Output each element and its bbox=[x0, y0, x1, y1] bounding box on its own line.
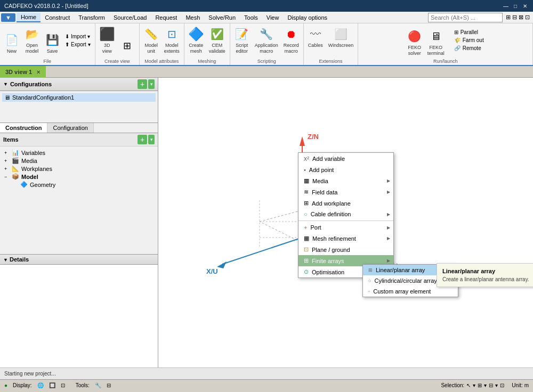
menu-mesh[interactable]: Mesh bbox=[181, 13, 204, 22]
menu-view[interactable]: View bbox=[262, 13, 284, 22]
svg-marker-5 bbox=[217, 262, 227, 268]
windscreen-button[interactable]: ⬜ Windscreen bbox=[326, 26, 356, 50]
open-model-button[interactable]: 📂 Openmodel bbox=[22, 26, 42, 55]
menu-plane-ground[interactable]: ⊡ Plane / ground bbox=[298, 244, 393, 255]
selection-dropdown-2[interactable]: ▾ bbox=[484, 382, 487, 388]
configurations-collapse-icon[interactable]: ▼ bbox=[3, 81, 8, 87]
ribbon-group-runlaunch: 🔴 FEKOsolver 🖥 FEKOterminal ⊞ Parallel 🌾… bbox=[358, 23, 533, 65]
add-item-button[interactable]: + bbox=[138, 135, 147, 144]
appmacro-button[interactable]: 🔧 Applicationmacro bbox=[253, 26, 280, 55]
add-configuration-dropdown[interactable]: ▾ bbox=[148, 79, 155, 89]
statusbar: ● Display: 🌐 🔲 ⊡ Tools: 🔧 ⊟ Selection: ↖… bbox=[0, 379, 533, 391]
farmout-icon: 🌾 bbox=[454, 37, 461, 43]
display-icon-3[interactable]: ⊡ bbox=[61, 382, 65, 388]
expand-variables[interactable]: + bbox=[4, 150, 10, 156]
tools-icon-1[interactable]: 🔧 bbox=[95, 382, 101, 388]
menu-solverun[interactable]: Solve/Run bbox=[204, 13, 240, 22]
minimize-button[interactable]: — bbox=[502, 2, 510, 10]
scripteditor-button[interactable]: 📝 Scripteditor bbox=[232, 26, 252, 55]
menu-media[interactable]: ▦ Media bbox=[298, 175, 393, 186]
svg-text:Z/N: Z/N bbox=[308, 133, 319, 141]
toolbar-icon-1[interactable]: ⊞ bbox=[506, 14, 511, 21]
ribbon-group-createview: ⬛ 3Dview ⊞ Create view bbox=[95, 23, 140, 65]
add-item-dropdown[interactable]: ▾ bbox=[148, 135, 155, 144]
menu-add-point[interactable]: • Add point bbox=[298, 165, 393, 175]
menu-add-workplane[interactable]: ⊞ Add workplane bbox=[298, 198, 393, 209]
submenu-custom-array[interactable]: ◦ Custom array element bbox=[363, 286, 458, 297]
menu-add-variable[interactable]: x² Add variable bbox=[298, 153, 393, 165]
menu-port[interactable]: + Port bbox=[298, 222, 393, 233]
runlaunch-group-label: Run/launch bbox=[358, 59, 532, 64]
menu-home[interactable]: Home bbox=[17, 13, 41, 22]
export-button[interactable]: ⬆ Export ▾ bbox=[63, 41, 93, 48]
tree-item-workplanes[interactable]: + 📐 Workplanes bbox=[2, 165, 156, 173]
recordmacro-button[interactable]: ⏺ Recordmacro bbox=[281, 26, 301, 55]
menu-sourceload[interactable]: Source/Load bbox=[109, 13, 151, 22]
menu-tools[interactable]: Tools bbox=[240, 13, 262, 22]
menu-cable-definition[interactable]: ○ Cable definition bbox=[298, 209, 393, 219]
standard-configuration-item[interactable]: 🖥 StandardConfiguration1 bbox=[2, 93, 156, 102]
titlebar: CADFEKO v2018.0.2 - [Untitled] — □ ✕ bbox=[0, 0, 533, 12]
3dview-split-button[interactable]: ⊞ bbox=[118, 37, 137, 55]
fekoterminal-button[interactable]: 🖥 FEKOterminal bbox=[425, 28, 447, 58]
menubar: ▼ Home Construct Transform Source/Load R… bbox=[0, 12, 533, 23]
menu-construct[interactable]: Construct bbox=[41, 13, 74, 22]
app-menu-button[interactable]: ▼ bbox=[1, 13, 15, 22]
selection-icon-3[interactable]: ⊟ bbox=[489, 382, 493, 388]
viewport-tab[interactable]: 3D view 1 ✕ bbox=[0, 66, 46, 78]
search-input[interactable] bbox=[428, 13, 503, 22]
display-icon-1[interactable]: 🌐 bbox=[37, 382, 44, 388]
add-configuration-button[interactable]: + bbox=[138, 79, 147, 89]
menu-transform[interactable]: Transform bbox=[74, 13, 109, 22]
remote-button[interactable]: 🔗 Remote bbox=[452, 45, 486, 52]
farmout-button[interactable]: 🌾 Farm out bbox=[452, 37, 486, 44]
new-button[interactable]: 📄 New bbox=[2, 31, 21, 55]
linear-array-label: Linear/planar array bbox=[376, 267, 425, 273]
close-button[interactable]: ✕ bbox=[521, 2, 529, 10]
remote-label: Remote bbox=[463, 45, 481, 51]
viewport-tab-close[interactable]: ✕ bbox=[36, 69, 41, 75]
mesh-refinement-label: Mesh refinement bbox=[312, 235, 356, 242]
config-name: StandardConfiguration1 bbox=[12, 94, 74, 101]
tree-item-geometry[interactable]: 🔷 Geometry bbox=[2, 181, 156, 189]
fekoterminal-label: FEKOterminal bbox=[427, 45, 445, 56]
tree-item-media[interactable]: + 🎬 Media bbox=[2, 157, 156, 165]
tree-item-variables[interactable]: + 📊 Variables bbox=[2, 149, 156, 157]
modelunit-button[interactable]: 📏 Modelunit bbox=[142, 26, 161, 55]
menu-field-data[interactable]: ≋ Field data bbox=[298, 186, 393, 198]
display-icon-2[interactable]: 🔲 bbox=[49, 382, 55, 388]
tab-construction[interactable]: Construction bbox=[0, 123, 47, 133]
3dview-button[interactable]: ⬛ 3Dview bbox=[98, 26, 117, 55]
details-collapse-icon[interactable]: ▼ bbox=[3, 257, 8, 263]
menu-displayoptions[interactable]: Display options bbox=[283, 13, 332, 22]
import-button[interactable]: ⬇ Import ▾ bbox=[63, 33, 93, 40]
expand-media[interactable]: + bbox=[4, 158, 10, 164]
tools-icon-2[interactable]: ⊟ bbox=[107, 382, 111, 388]
fekosolver-button[interactable]: 🔴 FEKOsolver bbox=[405, 28, 424, 58]
tab-configuration[interactable]: Configuration bbox=[47, 123, 93, 133]
cables-button[interactable]: 〰 Cables bbox=[306, 26, 325, 50]
parallel-button[interactable]: ⊞ Parallel bbox=[452, 29, 486, 36]
menu-mesh-refinement[interactable]: ▦ Mesh refinement bbox=[298, 233, 393, 244]
titlebar-controls[interactable]: — □ ✕ bbox=[502, 2, 529, 10]
toolbar-icon-3[interactable]: ⊠ bbox=[519, 14, 523, 21]
modelextents-button[interactable]: ⊡ Modelextents bbox=[162, 26, 182, 55]
maximize-button[interactable]: □ bbox=[512, 2, 519, 10]
cemvalidate-button[interactable]: ✅ CEMvalidate bbox=[207, 26, 228, 55]
configuration-tree: 🖥 StandardConfiguration1 bbox=[0, 91, 158, 123]
selection-dropdown-1[interactable]: ▾ bbox=[473, 382, 475, 388]
createmesh-button[interactable]: 🔷 Createmesh bbox=[187, 26, 206, 55]
extensions-group-label: Extensions bbox=[304, 59, 358, 64]
expand-model[interactable]: − bbox=[4, 174, 10, 179]
selection-dropdown-3[interactable]: ▾ bbox=[495, 382, 498, 388]
tooltip-description: Create a linear/planar antenna array. bbox=[442, 276, 533, 282]
tree-item-model[interactable]: − 📦 Model bbox=[2, 173, 156, 181]
selection-icon-4[interactable]: ⊡ bbox=[500, 382, 504, 388]
menu-request[interactable]: Request bbox=[151, 13, 181, 22]
selection-icon-2[interactable]: ⊞ bbox=[478, 382, 482, 388]
expand-workplanes[interactable]: + bbox=[4, 166, 10, 172]
save-button[interactable]: 💾 Save bbox=[43, 31, 62, 55]
main-area: ▼ Configurations + ▾ 🖥 StandardConfigura… bbox=[0, 78, 533, 368]
toolbar-icon-4[interactable]: ⊡ bbox=[525, 14, 530, 21]
toolbar-icon-2[interactable]: ⊟ bbox=[512, 14, 517, 21]
